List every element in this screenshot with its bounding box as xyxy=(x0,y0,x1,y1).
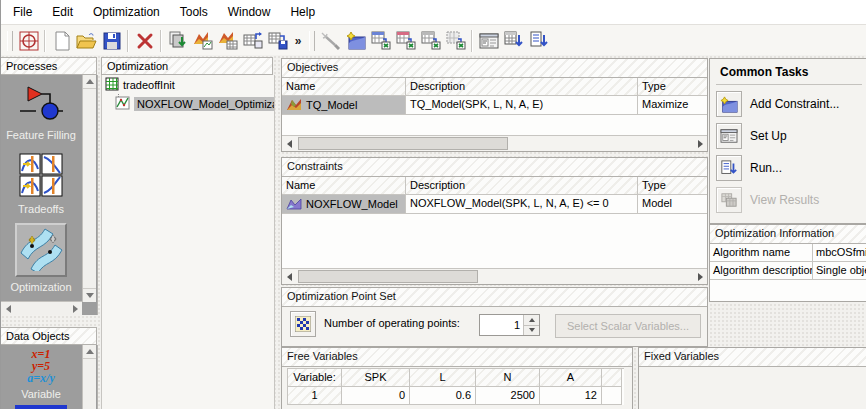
next-data-object-partial xyxy=(15,405,67,409)
run-all-icon[interactable] xyxy=(526,28,551,54)
cage-home-icon[interactable] xyxy=(16,28,41,54)
view-setup-icon[interactable] xyxy=(476,28,501,54)
constraint-description-cell[interactable]: NOXFLOW_Model(SPK, L, N, A, E) <= 0 xyxy=(406,195,638,214)
process-item-tradeoffs[interactable]: Tradeoffs xyxy=(1,153,81,215)
new-constraint-icon[interactable] xyxy=(343,28,368,54)
tree-node-noxflow-optimization[interactable]: NOXFLOW_Model_Optimizati xyxy=(102,94,274,113)
scroll-right-icon[interactable] xyxy=(693,137,707,151)
scroll-left-icon[interactable] xyxy=(282,270,296,284)
info-key: Algorithm description xyxy=(710,262,813,280)
data-object-item-variable[interactable]: x=1 y=5 a=x/y Variable xyxy=(1,348,81,400)
tree-node-tradeoffinit[interactable]: tradeoffInit xyxy=(102,75,274,94)
constraint-row[interactable]: NOXFLOW_Model NOXFLOW_Model(SPK, L, N, A… xyxy=(282,195,707,214)
data-objects-vertical-scrollbar[interactable] xyxy=(82,345,96,409)
fixed-variables-title: Fixed Variables xyxy=(639,348,866,367)
menu-file[interactable]: File xyxy=(3,1,42,23)
import-table-icon[interactable] xyxy=(215,28,240,54)
spinner-up-icon[interactable] xyxy=(524,315,539,326)
objective-row[interactable]: TQ_Model TQ_Model(SPK, L, N, A, E) Maxim… xyxy=(282,96,707,115)
toolbar-grip[interactable] xyxy=(309,31,315,51)
task-view-results: View Results xyxy=(716,187,862,213)
scroll-up-icon[interactable] xyxy=(83,345,96,359)
open-project-icon[interactable] xyxy=(74,28,99,54)
objective-type-cell[interactable]: Maximize xyxy=(638,96,707,115)
new-project-icon[interactable] xyxy=(49,28,74,54)
column-header-n[interactable]: N xyxy=(476,369,540,387)
processes-panel: Feature Filling Tradeoffs Optimization xyxy=(1,75,98,315)
run-icon xyxy=(716,155,742,181)
import-model-icon[interactable] xyxy=(190,28,215,54)
copy-table-icon[interactable] xyxy=(240,28,265,54)
processes-horizontal-scrollbar[interactable] xyxy=(1,301,82,315)
table-fill-1-icon[interactable] xyxy=(368,28,393,54)
column-header-type[interactable]: Type xyxy=(638,78,707,96)
scroll-right-icon[interactable] xyxy=(68,302,82,316)
operating-points-value[interactable]: 1 xyxy=(480,315,523,335)
objectives-horizontal-scrollbar[interactable] xyxy=(282,135,707,151)
column-header-name[interactable]: Name xyxy=(282,177,406,195)
column-header-name[interactable]: Name xyxy=(282,78,406,96)
menu-edit[interactable]: Edit xyxy=(42,1,83,23)
column-header-l[interactable]: L xyxy=(410,369,476,387)
objective-description-cell[interactable]: TQ_Model(SPK, L, N, A, E) xyxy=(406,96,638,115)
column-header-variable[interactable]: Variable: xyxy=(288,369,342,387)
n-value-cell[interactable]: 2500 xyxy=(476,387,540,405)
menu-window[interactable]: Window xyxy=(218,1,281,23)
spinner-down-icon[interactable] xyxy=(524,326,539,336)
point-set-icon[interactable] xyxy=(290,311,316,337)
table-fill-3-icon[interactable] xyxy=(418,28,443,54)
column-header-description[interactable]: Description xyxy=(406,78,638,96)
scroll-up-icon[interactable] xyxy=(83,75,96,89)
scroll-thumb[interactable] xyxy=(298,137,508,150)
run-selected-icon[interactable] xyxy=(501,28,526,54)
save-project-icon[interactable] xyxy=(99,28,124,54)
column-header-spk[interactable]: SPK xyxy=(342,369,410,387)
feature-filling-icon xyxy=(18,83,64,125)
scroll-right-icon[interactable] xyxy=(693,270,707,284)
scroll-left-icon[interactable] xyxy=(282,137,296,151)
objective-name-cell[interactable]: TQ_Model xyxy=(282,96,406,115)
delete-icon[interactable] xyxy=(132,28,157,54)
constraints-horizontal-scrollbar[interactable] xyxy=(282,268,707,284)
scroll-left-icon[interactable] xyxy=(1,302,15,316)
free-variables-title: Free Variables xyxy=(282,348,632,367)
process-item-label: Optimization xyxy=(10,281,71,293)
operating-points-spinner[interactable]: 1 xyxy=(479,314,540,336)
processes-vertical-scrollbar[interactable] xyxy=(82,75,96,302)
process-item-optimization[interactable]: Optimization xyxy=(1,223,81,293)
toolbar-grip[interactable] xyxy=(7,31,13,51)
menu-optimization[interactable]: Optimization xyxy=(83,1,170,23)
task-run[interactable]: Run... xyxy=(716,155,862,181)
process-item-label: Tradeoffs xyxy=(18,203,64,215)
import-data-icon[interactable] xyxy=(165,28,190,54)
process-item-label: Feature Filling xyxy=(6,129,76,141)
optimization-information-panel: Optimization Information Algorithm name … xyxy=(709,224,866,302)
constraint-name-cell[interactable]: NOXFLOW_Model xyxy=(282,195,406,214)
row-index-cell[interactable]: 1 xyxy=(288,387,342,405)
column-header-description[interactable]: Description xyxy=(406,177,638,195)
task-label: Set Up xyxy=(750,129,787,143)
task-set-up[interactable]: Set Up xyxy=(716,123,862,149)
task-add-constraint[interactable]: Add Constraint... xyxy=(716,91,862,117)
table-fill-4-icon[interactable] xyxy=(443,28,468,54)
info-value: mbcOSfmi xyxy=(813,244,866,262)
fixed-variables-panel: Fixed Variables xyxy=(638,347,866,409)
menu-help[interactable]: Help xyxy=(280,1,325,23)
spk-value-cell[interactable]: 0 xyxy=(342,387,410,405)
constraint-type-cell[interactable]: Model xyxy=(638,195,707,214)
scroll-down-icon[interactable] xyxy=(83,288,96,302)
table-fill-2-icon[interactable] xyxy=(393,28,418,54)
free-variables-row[interactable]: 1 0 0.6 2500 12 xyxy=(287,387,624,405)
export-table-icon[interactable] xyxy=(265,28,290,54)
process-item-feature-filling[interactable]: Feature Filling xyxy=(1,83,81,141)
toolbar-overflow-chevron[interactable]: » xyxy=(290,28,306,54)
a-value-cell[interactable]: 12 xyxy=(540,387,602,405)
menu-tools[interactable]: Tools xyxy=(170,1,218,23)
add-constraint-icon xyxy=(716,91,742,117)
constraints-panel: Constraints Name Description Type NOXFLO… xyxy=(281,157,708,285)
column-header-a[interactable]: A xyxy=(540,369,602,387)
scroll-thumb[interactable] xyxy=(298,270,478,283)
l-value-cell[interactable]: 0.6 xyxy=(410,387,476,405)
toolbar-separator xyxy=(127,30,129,52)
column-header-type[interactable]: Type xyxy=(638,177,707,195)
